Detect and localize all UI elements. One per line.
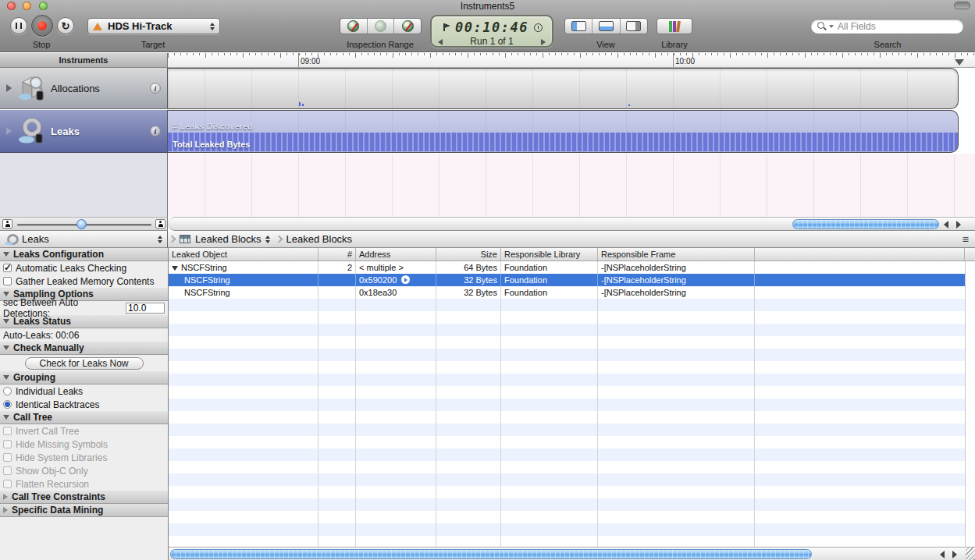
zoom-button[interactable] — [39, 2, 48, 10]
inspection-range-end-button[interactable] — [394, 19, 421, 34]
radio-icon[interactable] — [3, 387, 12, 395]
checkbox-icon[interactable] — [3, 453, 12, 462]
section-title: Check Manually — [13, 342, 84, 353]
resize-grip[interactable] — [966, 547, 975, 560]
view-right-pane-button[interactable] — [621, 19, 647, 34]
config-section-leaks-configuration[interactable]: Leaks Configuration — [0, 248, 168, 261]
checkbox-label: Show Obj-C Only — [16, 466, 88, 477]
cell-size: 64 Bytes — [436, 261, 501, 274]
sidebar-item-allocations[interactable]: Allocations i — [0, 68, 168, 109]
zoom-in-button[interactable] — [155, 219, 165, 229]
breadcrumb-item[interactable]: Leaked Blocks — [286, 233, 353, 245]
config-checkbox-flatten-recursion[interactable]: Flatten Recursion — [0, 477, 168, 491]
disclosure-triangle-icon[interactable] — [6, 127, 12, 135]
search-icon — [817, 22, 827, 32]
scroll-left-icon[interactable] — [940, 551, 945, 558]
target-popup[interactable]: HDS Hi-Track — [87, 18, 220, 34]
breadcrumb-view-popup[interactable]: Leaked Blocks — [195, 233, 262, 245]
pause-button[interactable] — [10, 17, 27, 34]
leaks-track[interactable]: # Leaks Discovered Total Leaked Bytes — [168, 110, 959, 153]
disclosure-triangle-icon[interactable] — [6, 84, 12, 92]
config-checkbox-invert-call-tree[interactable]: Invert Call Tree — [0, 424, 168, 438]
search-field[interactable]: All Fields — [810, 19, 964, 34]
detail-view-popup[interactable]: Leaks — [0, 231, 168, 248]
config-checkbox-hide-missing-symbols[interactable]: Hide Missing Symbols — [0, 438, 168, 451]
zoom-out-button[interactable] — [2, 219, 12, 229]
view-bottom-pane-button[interactable] — [592, 19, 620, 34]
disclosure-triangle-icon[interactable] — [3, 292, 9, 296]
checkbox-icon[interactable] — [3, 480, 12, 488]
minimize-button[interactable] — [23, 2, 31, 10]
config-radio-identical-backtraces[interactable]: Identical Backtraces — [0, 398, 168, 411]
column-header--[interactable]: # — [318, 248, 356, 261]
checkbox-icon[interactable] — [3, 264, 12, 272]
disclosure-triangle-icon[interactable] — [3, 494, 8, 500]
allocation-activity-mark — [302, 104, 304, 106]
checkbox-icon[interactable] — [3, 440, 12, 448]
library-button[interactable] — [657, 18, 692, 34]
action-menu-icon[interactable]: ≡ — [963, 231, 969, 248]
config-checkbox-automatic-leaks-checking[interactable]: Automatic Leaks Checking — [0, 261, 168, 275]
library-label: Library — [654, 40, 695, 49]
config-checkbox-show-obj-c-only[interactable]: Show Obj-C Only — [0, 464, 168, 477]
check-for-leaks-button[interactable]: Check for Leaks Now — [25, 357, 144, 370]
config-radio-individual-leaks[interactable]: Individual Leaks — [0, 385, 168, 398]
record-stop-button[interactable] — [31, 15, 53, 37]
checkbox-icon[interactable] — [3, 427, 12, 435]
breadcrumb-chevron-icon — [169, 236, 176, 243]
loop-button[interactable]: ↻ — [57, 17, 74, 34]
info-icon[interactable]: i — [150, 126, 161, 136]
table-row[interactable]: NSCFString0x18ea3032 BytesFoundation-[NS… — [169, 286, 965, 299]
disclosure-triangle-icon[interactable] — [172, 266, 178, 271]
zoom-slider-thumb[interactable] — [77, 219, 87, 229]
radio-label: Individual Leaks — [16, 386, 83, 397]
timeline-scrollbar-thumb[interactable] — [792, 219, 939, 229]
follow-arrow-icon[interactable] — [401, 275, 410, 284]
sidebar-item-leaks[interactable]: Leaks i — [0, 110, 168, 153]
inspection-range-middle-button[interactable] — [368, 19, 395, 34]
disclosure-triangle-icon[interactable] — [3, 375, 9, 380]
config-checkbox-hide-system-libraries[interactable]: Hide System Libraries — [0, 451, 168, 464]
scroll-left-icon[interactable] — [944, 221, 948, 229]
config-section-call-tree[interactable]: Call Tree — [0, 411, 168, 424]
column-header-address[interactable]: Address — [356, 248, 436, 261]
checkbox-icon[interactable] — [3, 466, 12, 475]
column-header-size[interactable]: Size — [436, 248, 501, 261]
scroll-right-icon[interactable] — [956, 221, 961, 229]
detection-interval-input[interactable] — [126, 303, 165, 314]
table-row[interactable]: NSCFString2< multiple >64 BytesFoundatio… — [169, 261, 965, 274]
allocations-track[interactable] — [168, 68, 959, 109]
view-left-pane-button[interactable] — [565, 19, 592, 34]
column-header-leaked-object[interactable]: Leaked Object — [169, 248, 318, 261]
radio-icon[interactable] — [3, 400, 12, 409]
disclosure-triangle-icon[interactable] — [3, 252, 9, 257]
config-section-call-tree-constraints[interactable]: Call Tree Constraints — [0, 491, 168, 504]
table-row[interactable]: NSCFString0x59020032 BytesFoundation-[NS… — [169, 274, 965, 286]
checkbox-label: Gather Leaked Memory Contents — [16, 276, 154, 287]
timeline-ruler[interactable]: 09:00 10:00 — [168, 53, 975, 68]
disclosure-triangle-icon[interactable] — [3, 319, 9, 324]
checkbox-icon[interactable] — [3, 277, 12, 285]
toolbar-toggle-button[interactable] — [954, 2, 970, 9]
config-section-check-manually[interactable]: Check Manually — [0, 342, 168, 355]
config-checkbox-gather-leaked-memory-contents[interactable]: Gather Leaked Memory Contents — [0, 275, 168, 288]
clock-icon[interactable] — [534, 23, 543, 32]
table-scrollbar-thumb[interactable] — [170, 549, 812, 559]
scroll-right-icon[interactable] — [952, 551, 957, 558]
disclosure-triangle-icon[interactable] — [3, 415, 9, 420]
disclosure-triangle-icon[interactable] — [3, 507, 8, 513]
info-icon[interactable]: i — [150, 83, 161, 94]
next-run-button[interactable] — [541, 39, 546, 45]
cell-count — [318, 286, 356, 299]
timeline-scrollbar[interactable] — [168, 217, 975, 231]
table-empty-row — [169, 311, 965, 324]
table-scrollbar[interactable] — [169, 547, 975, 560]
ruler-marker-icon[interactable] — [955, 59, 964, 66]
disclosure-triangle-icon[interactable] — [3, 346, 9, 350]
column-header-responsible-frame[interactable]: Responsible Frame — [598, 248, 755, 261]
close-button[interactable] — [7, 2, 16, 10]
column-header-responsible-library[interactable]: Responsible Library — [501, 248, 598, 261]
config-section-grouping[interactable]: Grouping — [0, 371, 168, 385]
inspection-range-start-button[interactable] — [340, 19, 368, 34]
config-section-specific-data-mining[interactable]: Specific Data Mining — [0, 504, 168, 517]
